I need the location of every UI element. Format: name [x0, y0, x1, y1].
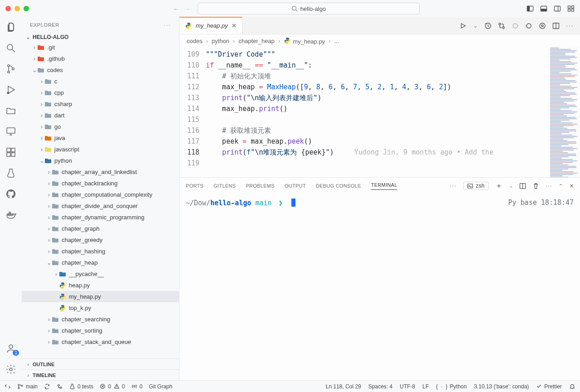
nav-next-icon[interactable]	[512, 22, 519, 29]
tree-folder[interactable]: ›chapter_dynamic_programming	[22, 212, 179, 223]
breadcrumb-segment[interactable]: ...	[334, 38, 339, 44]
status-bell[interactable]	[569, 383, 575, 390]
terminal[interactable]: ~/Dow/hello-algo main ❯ Py base 18:18:47	[179, 194, 580, 380]
activity-settings[interactable]	[5, 364, 16, 375]
activity-explorer[interactable]	[5, 22, 16, 33]
status-warnings[interactable]: 0	[114, 383, 125, 390]
activity-accounts[interactable]: 1	[5, 343, 16, 354]
git-compare-icon[interactable]	[498, 22, 505, 29]
panel-close-icon[interactable]: ✕	[570, 183, 574, 189]
status-sync[interactable]	[44, 383, 50, 390]
status-radio[interactable]: 0	[131, 383, 143, 390]
breadcrumb-segment[interactable]: chapter_heap	[238, 38, 275, 44]
outline-section[interactable]: › OUTLINE	[22, 358, 179, 369]
activity-github[interactable]	[5, 189, 16, 199]
panel-more-2-icon[interactable]: ···	[546, 183, 552, 189]
explorer-root[interactable]: ⌄ HELLO-ALGO	[22, 33, 179, 42]
tree-folder[interactable]: ›chapter_sorting	[22, 325, 179, 336]
status-interpreter[interactable]: 3.10.13 ('base': conda)	[474, 383, 529, 390]
tree-folder[interactable]: ›.git	[22, 42, 179, 53]
status-branch[interactable]: main	[17, 383, 38, 390]
minimap[interactable]	[548, 47, 580, 177]
breadcrumbs[interactable]: codes›python›chapter_heap›my_heap.py›...	[179, 34, 580, 47]
status-lang[interactable]: {·} Python	[436, 383, 467, 390]
zoom-window-button[interactable]	[24, 6, 29, 11]
tree-folder[interactable]: ›chapter_hashing	[22, 246, 179, 257]
breadcrumb-segment[interactable]: python	[212, 38, 229, 44]
tree-folder[interactable]: ›go	[22, 121, 179, 132]
panel-tab-problems[interactable]: PROBLEMS	[246, 183, 275, 189]
editor-tab[interactable]: my_heap.py ✕	[179, 17, 242, 34]
activity-explorer-alt[interactable]	[5, 105, 16, 116]
panel-more-icon[interactable]: ···	[450, 183, 457, 189]
status-gitgraph[interactable]: Git Graph	[149, 383, 172, 390]
close-window-button[interactable]	[5, 6, 11, 11]
timeline-icon[interactable]	[484, 22, 492, 29]
tree-folder[interactable]: ›chapter_divide_and_conquer	[22, 200, 179, 212]
tree-folder[interactable]: ⌄chapter_heap	[22, 257, 179, 268]
tree-folder[interactable]: ›cpp	[22, 87, 179, 98]
tree-folder[interactable]: ›chapter_searching	[22, 314, 179, 325]
status-spaces[interactable]: Spaces: 4	[368, 383, 392, 390]
tree-folder[interactable]: ›chapter_stack_and_queue	[22, 336, 179, 348]
minimize-window-button[interactable]	[14, 6, 20, 11]
status-tests[interactable]: 0 tests	[69, 383, 93, 390]
panel-tab-output[interactable]: OUTPUT	[285, 183, 306, 189]
sidebar-more-icon[interactable]: ···	[164, 22, 171, 28]
activity-docker[interactable]	[5, 209, 16, 220]
run-file-button[interactable]	[459, 22, 467, 29]
toggle-panel-icon[interactable]	[540, 5, 547, 12]
tree-folder[interactable]: ›chapter_computational_complexity	[22, 189, 179, 200]
status-encoding[interactable]: UTF-8	[400, 383, 415, 390]
panel-tab-terminal[interactable]: TERMINAL	[371, 182, 397, 190]
tree-folder[interactable]: ›chapter_greedy	[22, 234, 179, 246]
timeline-section[interactable]: › TIMELINE	[22, 369, 179, 380]
close-tab-icon[interactable]: ✕	[232, 22, 237, 29]
toggle-blame-icon[interactable]	[539, 22, 546, 29]
activity-extensions[interactable]	[5, 147, 16, 158]
tree-folder[interactable]: ›.github	[22, 53, 179, 64]
panel-tab-debug-console[interactable]: DEBUG CONSOLE	[316, 183, 361, 189]
panel-maximize-icon[interactable]: ⌃	[559, 183, 563, 189]
status-eol[interactable]: LF	[422, 383, 429, 390]
tree-file[interactable]: my_heap.py	[22, 291, 179, 302]
terminal-dropdown[interactable]: ⌄	[509, 183, 513, 189]
tree-folder[interactable]: ›chapter_graph	[22, 223, 179, 234]
nav-revision-icon[interactable]	[525, 22, 532, 29]
customize-layout-icon[interactable]	[567, 5, 575, 12]
status-errors[interactable]: 0	[100, 383, 111, 390]
terminal-shell-selector[interactable]: zsh	[463, 182, 489, 190]
panel-tab-gitlens[interactable]: GITLENS	[213, 183, 236, 189]
split-editor-icon[interactable]	[552, 22, 560, 29]
tree-folder[interactable]: ›java	[22, 132, 179, 144]
tree-folder[interactable]: ›c	[22, 76, 179, 87]
activity-remote[interactable]	[5, 126, 16, 137]
tree-folder[interactable]: ›chapter_array_and_linkedlist	[22, 166, 179, 178]
activity-source-control[interactable]	[5, 63, 16, 74]
tree-folder[interactable]: ›chapter_backtracking	[22, 178, 179, 189]
tree-folder[interactable]: ›javascript	[22, 144, 179, 155]
code-content[interactable]: """Driver Code"""if __name__ == "__main_…	[206, 47, 548, 177]
activity-run-debug[interactable]	[5, 84, 16, 95]
tree-file[interactable]: heap.py	[22, 280, 179, 291]
nav-forward-button[interactable]: →	[184, 5, 190, 12]
editor-more-icon[interactable]: ···	[566, 22, 574, 29]
split-terminal-icon[interactable]	[519, 183, 526, 189]
status-lncol[interactable]: Ln 118, Col 29	[326, 383, 361, 390]
status-gitlens[interactable]	[57, 383, 63, 390]
new-terminal-button[interactable]: ＋	[495, 181, 503, 191]
status-remote[interactable]	[5, 383, 11, 390]
toggle-secondary-sidebar-icon[interactable]	[554, 5, 561, 12]
breadcrumb-segment[interactable]: codes	[187, 38, 203, 44]
kill-terminal-icon[interactable]	[532, 183, 539, 189]
tree-file[interactable]: top_k.py	[22, 302, 179, 314]
tree-folder[interactable]: ›csharp	[22, 98, 179, 110]
command-center[interactable]: hello-algo	[198, 3, 420, 15]
run-dropdown[interactable]: ⌄	[473, 22, 478, 29]
tree-folder[interactable]: ›dart	[22, 110, 179, 121]
activity-testing[interactable]	[5, 168, 16, 179]
status-prettier[interactable]: Prettier	[536, 383, 562, 390]
tree-folder[interactable]: ⌄codes	[22, 64, 179, 76]
tree-folder[interactable]: ⌄python	[22, 155, 179, 166]
toggle-primary-sidebar-icon[interactable]	[527, 5, 534, 12]
